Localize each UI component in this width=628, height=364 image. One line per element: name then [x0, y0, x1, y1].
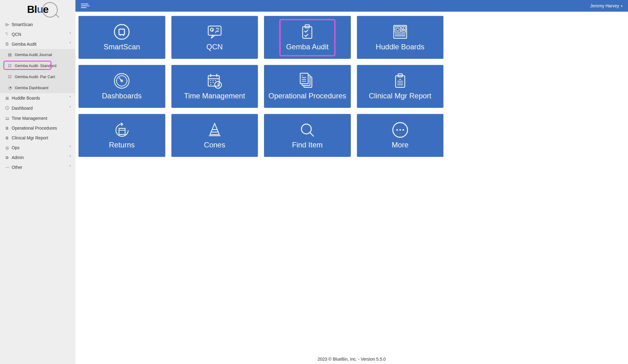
nav-item-icon: ⓘ — [4, 105, 10, 111]
tile-label: Find Item — [292, 141, 323, 149]
tile-label: Returns — [109, 141, 135, 149]
sidebar-item-clinical-mgr-report[interactable]: 🗎Clinical Mgr Report — [0, 133, 75, 143]
nav-item-icon: ⋯ — [4, 165, 10, 170]
sidebar-nav: ⌱SmartScanᯭQCN˅🗓Gemba Audit˄▤Gemba Audit… — [0, 18, 75, 172]
chevron-up-icon: ˄ — [69, 42, 71, 46]
tile-find-item[interactable]: Find Item — [264, 114, 351, 157]
nav-item-label: SmartScan — [12, 22, 33, 27]
sidebar-subitem-gemba-audit-journal[interactable]: ▤Gemba Audit Journal — [0, 49, 75, 60]
chevron-down-icon: ˅ — [69, 96, 71, 100]
tile-label: Clinical Mgr Report — [369, 92, 431, 100]
search-icon — [299, 122, 316, 138]
tile-clinical-mgr-report[interactable]: Clinical Mgr Report — [357, 65, 444, 108]
tile-cones[interactable]: Cones — [171, 114, 258, 157]
nav-subitem-icon: ☑ — [7, 74, 12, 79]
sidebar-subitem-gemba-audit-par-cart[interactable]: ☑Gemba Audit- Par Cart — [0, 71, 75, 82]
cone-icon — [206, 122, 223, 138]
nav-item-label: Gemba Audit — [12, 42, 36, 47]
sidebar-item-huddle-boards[interactable]: ⊞Huddle Boards˅ — [0, 93, 75, 103]
nav-item-label: Ops — [12, 145, 20, 150]
nav-item-icon: ◎ — [4, 146, 10, 150]
nav-item-label: Time Management — [12, 116, 47, 121]
chevron-down-icon: ˅ — [69, 32, 71, 36]
content: SmartScanQCNGemba AuditHuddle BoardsDash… — [75, 12, 628, 354]
nav-subitem-icon: ◔ — [7, 85, 12, 90]
tile-smartscan[interactable]: SmartScan — [78, 16, 165, 59]
menu-toggle-button[interactable] — [81, 4, 90, 8]
tile-label: Dashboards — [102, 92, 142, 100]
nav-item-icon: ⌱ — [4, 22, 10, 27]
nav-subitem-label: Gemba Audit- Par Cart — [15, 74, 55, 79]
tile-label: SmartScan — [104, 43, 140, 51]
topbar: Jeremy Harvey ▾ — [75, 0, 628, 12]
nav-item-icon: ᯭ — [4, 32, 10, 37]
tile-qcn[interactable]: QCN — [171, 16, 258, 59]
tile-operational-procedures[interactable]: Operational Procedures — [264, 65, 351, 108]
nav-subitem-label: Gemba Audit- Standard — [15, 63, 56, 68]
brand-logo: Blue — [0, 0, 75, 18]
user-menu[interactable]: Jeremy Harvey ▾ — [590, 3, 622, 8]
nav-subitem-icon: ☑ — [7, 63, 12, 68]
smartscan-icon — [113, 24, 130, 40]
nav-subitem-label: Gemba Audit Journal — [15, 52, 52, 57]
sidebar-item-admin[interactable]: ⚙Admin˅ — [0, 153, 75, 162]
main: Jeremy Harvey ▾ SmartScanQCNGemba AuditH… — [75, 0, 628, 364]
tile-label: Operational Procedures — [269, 92, 346, 100]
sidebar-item-smartscan[interactable]: ⌱SmartScan — [0, 20, 75, 29]
sidebar-item-dashboard[interactable]: ⓘDashboard˅ — [0, 103, 75, 113]
sidebar-item-gemba-audit[interactable]: 🗓Gemba Audit˄ — [0, 39, 75, 49]
nav-item-label: Admin — [12, 155, 24, 160]
tile-label: Time Management — [184, 92, 245, 100]
docs-icon — [299, 73, 316, 89]
chevron-down-icon: ˅ — [69, 155, 71, 160]
user-name: Jeremy Harvey — [590, 3, 619, 8]
brand-name: Blue — [27, 3, 48, 15]
nav-item-icon: 🗓 — [4, 42, 10, 47]
tile-dashboards[interactable]: Dashboards — [78, 65, 165, 108]
footer: 2023 © BlueBin, Inc. - Version 5.5.0 — [75, 354, 628, 364]
nav-item-label: Dashboard — [12, 106, 33, 111]
nav-item-label: Clinical Mgr Report — [12, 135, 48, 140]
chevron-down-icon: ▾ — [621, 4, 622, 8]
footer-text: 2023 © BlueBin, Inc. - Version 5.5.0 — [318, 357, 386, 362]
huddle-icon — [392, 24, 408, 40]
calendar-icon — [206, 73, 223, 89]
tile-label: Cones — [204, 141, 225, 149]
tile-gemba-audit[interactable]: Gemba Audit — [264, 16, 351, 59]
nav-item-icon: ⊞ — [4, 96, 10, 100]
tile-returns[interactable]: Returns — [78, 114, 165, 157]
more-icon — [392, 122, 408, 138]
sidebar-subitem-gemba-dashboard[interactable]: ◔Gemba Dashboard — [0, 82, 75, 93]
nav-item-label: Huddle Boards — [12, 96, 40, 100]
nav-item-label: Operational Procedures — [12, 126, 57, 131]
nav-item-icon: ⚙ — [4, 155, 10, 160]
nav-item-label: QCN — [12, 32, 21, 37]
tile-label: QCN — [206, 43, 223, 51]
tile-time-management[interactable]: Time Management — [171, 65, 258, 108]
clipboard-icon — [392, 73, 408, 89]
sidebar-item-operational-procedures[interactable]: 🗎Operational Procedures — [0, 123, 75, 133]
qcn-icon — [206, 24, 223, 40]
gemba-icon — [299, 24, 316, 40]
sidebar-subitem-gemba-audit-standard[interactable]: ☑Gemba Audit- Standard — [0, 60, 75, 71]
nav-item-label: Other — [12, 165, 22, 170]
sidebar-item-other[interactable]: ⋯Other˅ — [0, 162, 75, 172]
nav-subitem-label: Gemba Dashboard — [15, 85, 48, 90]
gauge-icon — [113, 73, 130, 89]
tile-huddle-boards[interactable]: Huddle Boards — [357, 16, 444, 59]
sidebar-item-ops[interactable]: ◎Ops˅ — [0, 143, 75, 153]
sidebar-item-qcn[interactable]: ᯭQCN˅ — [0, 29, 75, 39]
nav-item-icon: 🗂 — [4, 116, 10, 121]
nav-subitem-icon: ▤ — [7, 52, 12, 57]
tile-label: Huddle Boards — [376, 43, 424, 51]
chevron-down-icon: ˅ — [69, 165, 71, 169]
returns-icon — [113, 122, 130, 138]
tile-label: More — [392, 141, 408, 149]
chevron-down-icon: ˅ — [69, 146, 71, 150]
tile-more[interactable]: More — [357, 114, 444, 157]
chevron-down-icon: ˅ — [69, 106, 71, 110]
tile-label: Gemba Audit — [286, 43, 329, 51]
tile-grid: SmartScanQCNGemba AuditHuddle BoardsDash… — [78, 16, 443, 157]
nav-item-icon: 🗎 — [4, 136, 10, 140]
sidebar-item-time-management[interactable]: 🗂Time Management — [0, 113, 75, 123]
